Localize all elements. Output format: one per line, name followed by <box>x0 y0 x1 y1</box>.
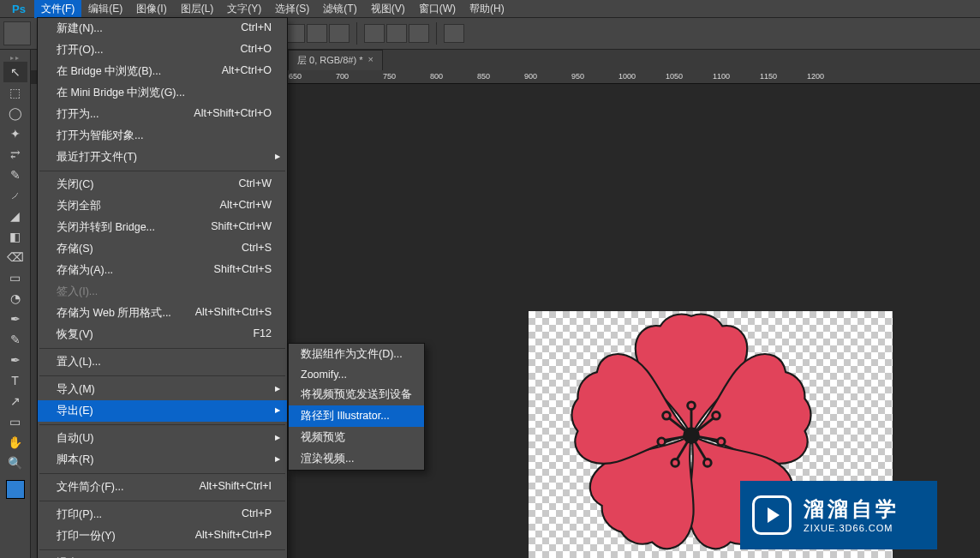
document-tab[interactable]: 层 0, RGB/8#) * × <box>288 50 383 70</box>
crop-tool[interactable]: ⥂ <box>3 144 27 165</box>
file-menu-item[interactable]: 退出(X)Ctrl+Q <box>38 553 287 558</box>
document-tab-label: 层 0, RGB/8#) * <box>297 54 362 67</box>
file-menu-item[interactable]: 打开为智能对象... <box>38 125 287 147</box>
file-menu-item[interactable]: 打印一份(Y)Alt+Shift+Ctrl+P <box>38 525 287 547</box>
menu-file[interactable]: 文件(F) <box>34 0 81 18</box>
svg-point-1 <box>688 402 696 410</box>
opt-btn[interactable] <box>386 24 407 43</box>
history-brush-tool[interactable]: ⌫ <box>3 247 27 267</box>
eraser-tool[interactable]: ▭ <box>3 267 27 288</box>
export-submenu-item: 数据组作为文件(D)... <box>289 344 424 365</box>
watermark: 溜溜自学 ZIXUE.3D66.COM <box>740 481 937 549</box>
hand-tool[interactable]: ✋ <box>3 432 27 453</box>
menu-help[interactable]: 帮助(H) <box>463 0 511 18</box>
export-submenu-item[interactable]: 将视频预览发送到设备 <box>289 384 424 405</box>
file-menu-item[interactable]: 导出(E) <box>38 400 287 422</box>
file-menu-item[interactable]: 打开(O)...Ctrl+O <box>38 39 287 61</box>
file-menu-item[interactable]: 新建(N)...Ctrl+N <box>38 18 287 39</box>
file-menu-item[interactable]: 存储为 Web 所用格式...Alt+Shift+Ctrl+S <box>38 303 287 324</box>
export-submenu-item[interactable]: 视频预览 <box>289 427 424 448</box>
file-menu-item[interactable]: 关闭并转到 Bridge...Shift+Ctrl+W <box>38 217 287 238</box>
file-menu-item[interactable]: 置入(L)... <box>38 351 287 373</box>
tool-preset[interactable] <box>3 21 31 45</box>
watermark-subtitle: ZIXUE.3D66.COM <box>804 522 899 534</box>
file-menu-item[interactable]: 存储为(A)...Shift+Ctrl+S <box>38 260 287 281</box>
menu-window[interactable]: 窗口(W) <box>412 0 463 18</box>
file-menu-item[interactable]: 自动(U) <box>38 428 287 449</box>
file-menu-item[interactable]: 在 Bridge 中浏览(B)...Alt+Ctrl+O <box>38 61 287 82</box>
gradient-tool[interactable]: ◔ <box>3 288 27 309</box>
file-menu-item[interactable]: 恢复(V)F12 <box>38 324 287 345</box>
toolbox: ▸▸ ↖ ⬚ ◯ ✦ ⥂ ✎ ⟋ ◢ ◧ ⌫ ▭ ◔ ✒ ✎ ✒ T ↗ ▭ ✋… <box>0 50 31 558</box>
file-menu-item[interactable]: 关闭全部Alt+Ctrl+W <box>38 195 287 217</box>
foreground-color[interactable] <box>6 480 25 499</box>
close-icon[interactable]: × <box>368 54 373 67</box>
export-submenu-item[interactable]: 渲染视频... <box>289 448 424 470</box>
menu-select[interactable]: 选择(S) <box>268 0 316 18</box>
menu-type[interactable]: 文字(Y) <box>220 0 268 18</box>
menubar: Ps 文件(F) 编辑(E) 图像(I) 图层(L) 文字(Y) 选择(S) 滤… <box>0 0 980 17</box>
export-submenu-item[interactable]: Zoomify... <box>289 365 424 384</box>
opt-btn[interactable] <box>307 24 327 43</box>
play-icon <box>752 495 792 535</box>
file-menu-item[interactable]: 文件简介(F)...Alt+Shift+Ctrl+I <box>38 477 287 498</box>
file-menu-item[interactable]: 脚本(R) <box>38 449 287 471</box>
lasso-tool[interactable]: ◯ <box>3 103 27 123</box>
watermark-title: 溜溜自学 <box>804 495 899 522</box>
svg-point-5 <box>717 438 725 446</box>
file-menu-item[interactable]: 关闭(C)Ctrl+W <box>38 174 287 195</box>
pen-tool[interactable]: ✒ <box>3 350 27 370</box>
file-menu-item[interactable]: 导入(M) <box>38 379 287 400</box>
opt-btn[interactable] <box>329 24 350 43</box>
app-logo: Ps <box>3 0 34 17</box>
opt-btn[interactable] <box>444 24 464 43</box>
toolbox-grip[interactable]: ▸▸ <box>1 53 30 62</box>
svg-point-11 <box>658 438 666 446</box>
file-menu-item[interactable]: 最近打开文件(T) <box>38 147 287 168</box>
brush-tool[interactable]: ◢ <box>3 206 27 226</box>
file-menu-item[interactable]: 在 Mini Bridge 中浏览(G)... <box>38 82 287 104</box>
file-menu-item[interactable]: 打印(P)...Ctrl+P <box>38 504 287 525</box>
move-tool[interactable]: ↖ <box>3 62 27 82</box>
blur-tool[interactable]: ✒ <box>3 309 27 329</box>
heal-tool[interactable]: ⟋ <box>3 185 27 206</box>
type-tool[interactable]: T <box>3 370 27 391</box>
shape-tool[interactable]: ▭ <box>3 411 27 432</box>
file-menu-item[interactable]: 存储(S)Ctrl+S <box>38 238 287 260</box>
stamp-tool[interactable]: ◧ <box>3 226 27 247</box>
wand-tool[interactable]: ✦ <box>3 123 27 144</box>
eyedropper-tool[interactable]: ✎ <box>3 165 27 185</box>
export-submenu: 数据组作为文件(D)...Zoomify...将视频预览发送到设备路径到 Ill… <box>288 343 425 471</box>
menu-layer[interactable]: 图层(L) <box>174 0 221 18</box>
zoom-tool[interactable]: 🔍 <box>3 453 27 473</box>
path-select-tool[interactable]: ↗ <box>3 391 27 411</box>
export-submenu-item[interactable]: 路径到 Illustrator... <box>289 405 424 427</box>
svg-point-3 <box>713 411 720 419</box>
svg-point-14 <box>684 428 698 442</box>
menu-view[interactable]: 视图(V) <box>364 0 412 18</box>
marquee-tool[interactable]: ⬚ <box>3 82 27 103</box>
svg-point-7 <box>704 459 712 467</box>
menu-image[interactable]: 图像(I) <box>129 0 173 18</box>
opt-btn[interactable] <box>409 24 429 43</box>
svg-point-13 <box>663 411 671 419</box>
file-menu-item[interactable]: 打开为...Alt+Shift+Ctrl+O <box>38 104 287 125</box>
file-menu-item: 签入(I)... <box>38 281 287 303</box>
file-menu-dropdown: 新建(N)...Ctrl+N打开(O)...Ctrl+O在 Bridge 中浏览… <box>37 17 288 558</box>
menu-edit[interactable]: 编辑(E) <box>81 0 129 18</box>
svg-point-9 <box>672 459 679 467</box>
menu-filter[interactable]: 滤镜(T) <box>316 0 363 18</box>
opt-btn[interactable] <box>364 24 385 43</box>
dodge-tool[interactable]: ✎ <box>3 329 27 350</box>
